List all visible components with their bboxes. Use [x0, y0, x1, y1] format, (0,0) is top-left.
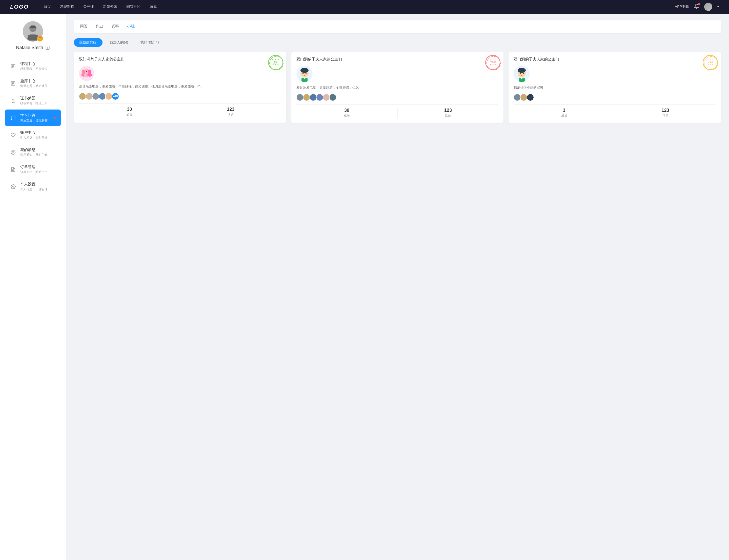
group-card-2-stats: 30 成员 123 话题 [296, 104, 499, 118]
sub-tab-created[interactable]: 我创建的(2) [74, 38, 102, 47]
member-avatar-3-1 [514, 94, 521, 101]
message-icon [10, 149, 16, 155]
course-title: 课程中心 [20, 61, 56, 66]
group-card-1-stats: 30 成员 123 话题 [79, 103, 281, 117]
question-bank-icon [10, 80, 16, 87]
tab-material[interactable]: 资料 [111, 20, 119, 33]
tab-qa[interactable]: 问答 [80, 20, 88, 33]
svg-point-35 [305, 73, 306, 74]
group-card-3-avatar [514, 66, 530, 82]
sidebar-vip-badge: 🏅 [37, 35, 43, 41]
group-card-1-members: +15 [79, 93, 281, 100]
svg-point-42 [523, 73, 524, 74]
logo: LOGO [10, 4, 29, 10]
sub-tabs: 我创建的(2) 我加入的(4) 我的话题(4) [74, 38, 721, 47]
group-cards-container: ✦ ✦ ✦ 正常 ✦ ✦ ✦ 双门洞豹子夫人家的公主们 [74, 52, 721, 123]
sidebar-item-order[interactable]: 订单管理 订单支出、明明白白 [5, 161, 61, 178]
group-card-1-avatar: ♥ [79, 66, 94, 81]
certificate-icon [10, 98, 16, 104]
sidebar-item-account[interactable]: 账户中心 个人权益、实时掌握 [5, 127, 61, 143]
user-avatar[interactable] [704, 3, 712, 11]
member-avatar-2-4 [316, 94, 323, 101]
member-avatar-3-3 [527, 94, 534, 101]
group-card-2-members [296, 94, 499, 101]
notification-bell[interactable] [694, 4, 699, 10]
group-card-3-members [514, 94, 716, 101]
sidebar: 🏅 Natalie Smith [0, 14, 66, 560]
group-card-1[interactable]: ✦ ✦ ✦ 正常 ✦ ✦ ✦ 双门洞豹子夫人家的公主们 [74, 52, 286, 123]
course-icon [10, 63, 16, 69]
sidebar-item-settings[interactable]: 个人设置 个人信息、一键管理 [5, 178, 61, 195]
member-avatar-3-2 [520, 94, 527, 101]
order-icon [10, 166, 16, 173]
notification-badge [698, 3, 700, 5]
sidebar-avatar-wrap: 🏅 [23, 21, 43, 41]
member-avatar-2-3 [309, 94, 317, 101]
group-card-3-stats: 3 成员 123 话题 [514, 104, 716, 118]
app-download-button[interactable]: APP下载 [675, 5, 689, 9]
group-card-1-title: 双门洞豹子夫人家的公主们 [79, 57, 281, 62]
svg-point-33 [300, 68, 308, 73]
sidebar-item-course[interactable]: 课程中心 精彩课程、不容错过 [5, 58, 61, 75]
sidebar-menu: 课程中心 精彩课程、不容错过 题库中心 海量习题、助力通关 [0, 58, 66, 196]
stat-members-3: 3 成员 [514, 108, 615, 118]
group-card-2-desc: 爱音乐爱电影，更爱旅游，个性好强，但又 [296, 85, 499, 90]
sidebar-item-learning-qa[interactable]: 学习问答 课后重温、疑难解答 [5, 110, 61, 126]
tab-homework[interactable]: 作业 [96, 20, 103, 33]
qa-notification-dot [54, 117, 56, 119]
svg-text:♥: ♥ [86, 71, 87, 73]
member-avatar-2-2 [303, 94, 310, 101]
nav-question[interactable]: 题库 [150, 5, 157, 9]
sidebar-item-certificate[interactable]: 证书荣誉 收获荣誉、持证上岗 [5, 92, 61, 109]
course-menu-text: 课程中心 精彩课程、不容错过 [20, 61, 56, 71]
edit-profile-icon[interactable] [45, 46, 50, 50]
settings-icon [10, 184, 16, 190]
avatar-image [704, 3, 712, 11]
group-stamp-2: ✦ ✦ ✦ 已关闭 ✦ ✦ ✦ [485, 55, 501, 70]
main-tabs: 问答 作业 资料 小组 [74, 20, 721, 33]
nav-discover[interactable]: 发现课程 [60, 5, 74, 9]
user-dropdown-arrow[interactable]: ▾ [717, 5, 719, 9]
stat-members-1: 30 成员 [79, 107, 180, 117]
member-more: +15 [112, 93, 119, 100]
group-card-2-title: 双门洞豹子夫人家的公主们 [296, 57, 499, 62]
nav-more[interactable]: ··· [166, 4, 170, 10]
svg-point-27 [88, 70, 91, 73]
member-avatar-3 [92, 93, 99, 100]
tab-group[interactable]: 小组 [127, 20, 135, 33]
nav-public[interactable]: 公开课 [83, 5, 94, 9]
course-subtitle: 精彩课程、不容错过 [20, 67, 56, 71]
member-avatar-2 [86, 93, 93, 100]
group-card-2-avatar [296, 66, 312, 82]
account-icon [10, 132, 16, 138]
sub-tab-topics[interactable]: 我的话题(4) [135, 38, 164, 47]
stat-topics-3: 123 话题 [615, 108, 716, 118]
stat-topics-2: 123 话题 [398, 108, 499, 118]
header-right: APP下载 ▾ [675, 3, 719, 11]
svg-point-16 [12, 99, 14, 101]
main-content: 问答 作业 资料 小组 我创建的(2) 我加入的(4) 我的话题(4) ✦ ✦ … [66, 14, 729, 560]
svg-point-40 [518, 68, 526, 73]
member-avatar-1 [79, 93, 86, 100]
svg-point-34 [302, 73, 303, 74]
question-bank-text: 题库中心 海量习题、助力通关 [20, 79, 56, 88]
group-card-3-title: 双门洞豹子夫人家的公主们 [514, 57, 716, 62]
header: LOGO 首页 发现课程 公开课 新闻资讯 问答社区 题库 ··· APP下载 … [0, 0, 729, 14]
sub-tab-joined[interactable]: 我加入的(4) [104, 38, 133, 47]
nav-qa[interactable]: 问答社区 [126, 5, 140, 9]
group-card-3-desc: 我是你得不到的宝贝 [514, 85, 716, 90]
member-avatar-5 [105, 93, 112, 100]
nav-news[interactable]: 新闻资讯 [103, 5, 117, 9]
member-avatar-2-6 [329, 94, 336, 101]
svg-point-20 [13, 186, 14, 187]
main-layout: 🏅 Natalie Smith [0, 14, 729, 560]
group-card-2[interactable]: ✦ ✦ ✦ 已关闭 ✦ ✦ ✦ 双门洞豹子夫人家的公主们 [291, 52, 504, 123]
nav-home[interactable]: 首页 [44, 5, 51, 9]
group-card-3[interactable]: ✦ ✦ ✦ 待审核 ✦ ✦ ✦ 双门洞豹子夫人家的公主们 [509, 52, 721, 123]
group-stamp-1: ✦ ✦ ✦ 正常 ✦ ✦ ✦ [268, 55, 283, 70]
sidebar-item-question-bank[interactable]: 题库中心 海量习题、助力通关 [5, 75, 61, 92]
sidebar-item-message[interactable]: 我的消息 消息通知、及时了解 [5, 144, 61, 161]
sidebar-profile: 🏅 Natalie Smith [16, 21, 50, 50]
stat-members-2: 30 成员 [296, 108, 398, 118]
svg-rect-3 [28, 35, 38, 40]
